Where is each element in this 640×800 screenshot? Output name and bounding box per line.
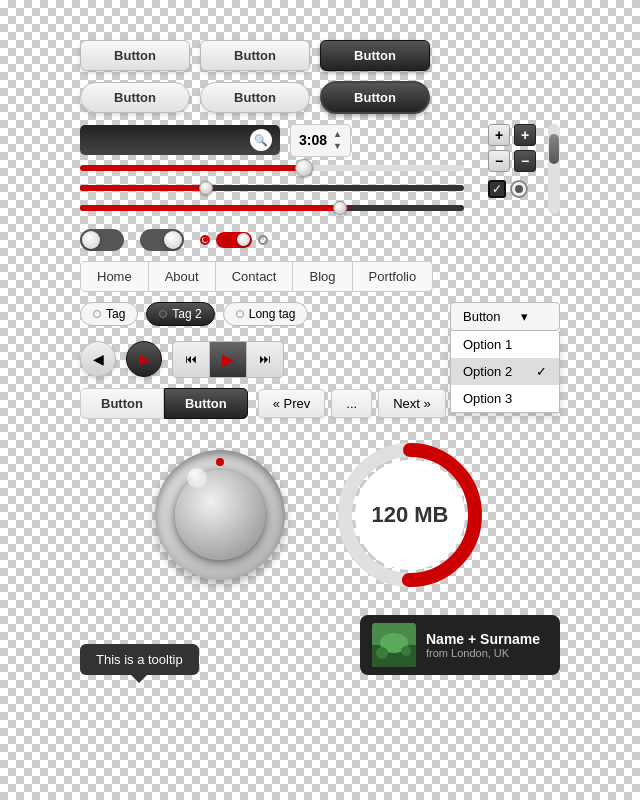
knob-outer — [155, 450, 285, 580]
media-prev-btn[interactable]: ◀ — [80, 341, 116, 377]
tag-dot-1 — [93, 310, 101, 318]
chevron-down-icon: ▾ — [521, 309, 528, 324]
toggle-red[interactable] — [216, 232, 252, 248]
time-up[interactable]: ▲ — [333, 129, 342, 140]
svg-point-7 — [401, 646, 411, 656]
nav-blog[interactable]: Blog — [293, 262, 352, 291]
knob-indicator-dot — [216, 458, 224, 466]
tag-3[interactable]: Long tag — [223, 302, 309, 326]
toggle-on[interactable] — [140, 229, 184, 251]
media-play-btn-solo[interactable]: ▶ — [126, 341, 162, 377]
dropdown-option-3[interactable]: Option 3 — [451, 385, 559, 412]
dropdown[interactable]: Button ▾ Option 1 Option 2 ✓ Option 3 — [450, 302, 560, 331]
tab-btn-left[interactable]: Button — [80, 388, 164, 419]
user-location: from London, UK — [426, 647, 540, 659]
toggle-dot-red[interactable] — [200, 235, 210, 245]
progress-ring: 120 MB — [330, 435, 490, 595]
avatar — [372, 623, 416, 667]
user-info: Name + Surname from London, UK — [426, 631, 540, 659]
dropdown-trigger[interactable]: Button ▾ — [450, 302, 560, 331]
button-1[interactable]: Button — [80, 40, 190, 71]
toggle-dot-gray[interactable] — [258, 235, 268, 245]
user-name: Name + Surname — [426, 631, 540, 647]
knob-inner — [175, 470, 265, 560]
knob-control[interactable] — [150, 445, 290, 585]
media-rewind-btn[interactable]: ⏮ — [173, 342, 210, 377]
nav-contact[interactable]: Contact — [216, 262, 294, 291]
svg-point-6 — [376, 647, 388, 659]
button-6[interactable]: Button — [320, 81, 430, 114]
scrollbar[interactable] — [548, 124, 560, 214]
toggle-off[interactable] — [80, 229, 124, 251]
tag-2[interactable]: Tag 2 — [146, 302, 214, 326]
nav-about[interactable]: About — [149, 262, 216, 291]
dots-btn[interactable]: ... — [331, 389, 372, 418]
minus-btn-1[interactable]: − — [488, 150, 510, 172]
progress-ring-label: 120 MB — [371, 502, 448, 528]
dropdown-menu: Option 1 Option 2 ✓ Option 3 — [450, 331, 560, 413]
user-card[interactable]: Name + Surname from London, UK — [360, 615, 560, 675]
prev-page-btn[interactable]: « Prev — [258, 389, 326, 418]
button-3[interactable]: Button — [320, 40, 430, 71]
dropdown-option-2[interactable]: Option 2 ✓ — [451, 358, 559, 385]
button-4[interactable]: Button — [80, 82, 190, 113]
slider-3[interactable] — [80, 205, 464, 211]
tab-btn-right[interactable]: Button — [164, 388, 248, 419]
plus-btn-2[interactable]: + — [514, 124, 536, 146]
slider-1[interactable] — [80, 165, 464, 171]
dropdown-option-1[interactable]: Option 1 — [451, 331, 559, 358]
media-fast-forward-btn[interactable]: ⏭ — [247, 342, 283, 377]
search-bar: 🔍 — [80, 125, 280, 155]
plus-btn-1[interactable]: + — [488, 124, 510, 146]
time-arrows[interactable]: ▲ ▼ — [333, 129, 342, 152]
time-picker[interactable]: 3:08 ▲ ▼ — [290, 124, 351, 157]
knob-shine — [187, 468, 207, 488]
avatar-image — [372, 623, 416, 667]
scroll-thumb[interactable] — [549, 134, 559, 164]
pagination: « Prev ... Next » — [258, 389, 446, 418]
media-group: ⏮ ▶ ⏭ — [172, 341, 284, 378]
search-icon[interactable]: 🔍 — [250, 129, 272, 151]
tag-1[interactable]: Tag — [80, 302, 138, 326]
tag-dot-3 — [236, 310, 244, 318]
search-input[interactable] — [88, 133, 244, 147]
button-5[interactable]: Button — [200, 82, 310, 113]
slider-2[interactable] — [80, 185, 464, 191]
button-2[interactable]: Button — [200, 40, 310, 71]
nav-portfolio[interactable]: Portfolio — [353, 262, 433, 291]
checkbox-checked-dark[interactable]: ✓ — [488, 180, 506, 198]
time-down[interactable]: ▼ — [333, 141, 342, 152]
minus-btn-2[interactable]: − — [514, 150, 536, 172]
checkmark-icon: ✓ — [536, 364, 547, 379]
time-value: 3:08 — [299, 132, 327, 148]
radio-filled[interactable] — [510, 180, 528, 198]
tag-dot-2 — [159, 310, 167, 318]
nav-bar: Home About Contact Blog Portfolio — [80, 261, 433, 292]
nav-home[interactable]: Home — [81, 262, 149, 291]
tab-button-group: Button Button — [80, 388, 248, 419]
next-page-btn[interactable]: Next » — [378, 389, 446, 418]
media-play-btn[interactable]: ▶ — [210, 342, 247, 377]
tooltip: This is a tooltip — [80, 644, 199, 675]
